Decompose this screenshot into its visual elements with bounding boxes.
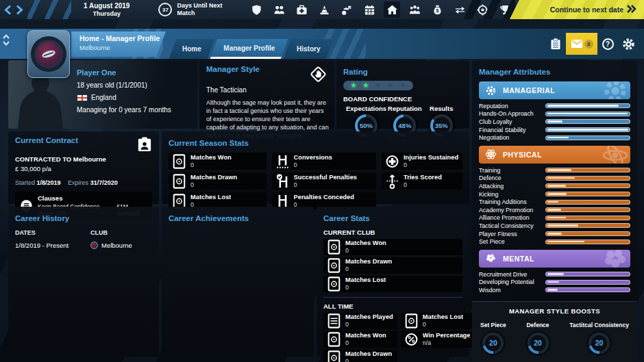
finances-icon[interactable]: $ bbox=[429, 1, 445, 18]
question-icon: ? bbox=[602, 38, 614, 50]
mental-brain-icon bbox=[485, 253, 497, 264]
contract-dates: Started 1/8/2019 Expires 31/7/2020 bbox=[15, 179, 152, 186]
attribute-row: Training Additions bbox=[479, 198, 630, 206]
inbox-button[interactable]: 3 bbox=[566, 33, 597, 55]
season-stats-panel: Current Season Stats Matches Won0 Matche… bbox=[162, 131, 469, 204]
attribute-bar bbox=[545, 280, 630, 285]
stat-tile: Injuries Sustained0 bbox=[382, 153, 462, 170]
cone-icon[interactable] bbox=[316, 1, 332, 18]
top-bar: 1 August 2019 Thursday 37 Days Until Nex… bbox=[0, 0, 644, 19]
breadcrumb: Home - Manager Profile Melbourne bbox=[71, 31, 166, 57]
stripe-decoration bbox=[27, 0, 71, 19]
current-date: 1 August 2019 Thursday bbox=[84, 2, 129, 17]
help-button[interactable]: ? bbox=[597, 34, 618, 54]
clauses-label: Clauses bbox=[38, 194, 147, 202]
home-icon[interactable] bbox=[384, 1, 400, 18]
attribute-bar bbox=[545, 127, 630, 132]
col-header-dates: DATES bbox=[15, 229, 90, 236]
star-icon: ★ bbox=[388, 82, 394, 89]
penalty-check-icon bbox=[276, 174, 289, 189]
page-title: Home - Manager Profile bbox=[79, 34, 160, 42]
attribute-row: Financial Stability bbox=[479, 126, 630, 134]
conversion-icon bbox=[276, 154, 289, 169]
tab-history[interactable]: History bbox=[284, 39, 334, 59]
back-icon[interactable] bbox=[4, 5, 12, 15]
injury-icon bbox=[386, 154, 399, 169]
attribute-bar bbox=[545, 112, 630, 116]
england-flag-icon bbox=[77, 94, 88, 101]
manager-silhouette bbox=[12, 70, 69, 129]
staff-icon[interactable] bbox=[406, 1, 423, 18]
tab-manager-profile[interactable]: Manager Profile bbox=[210, 39, 288, 59]
history-club: Melbourne bbox=[101, 242, 132, 249]
boost-gauge: Tactitcal Consistency 20 bbox=[569, 322, 629, 354]
star-icon: ★ bbox=[375, 82, 382, 89]
attribute-bar bbox=[545, 200, 630, 205]
stat-tile: Tries Scored0 bbox=[382, 172, 462, 190]
page-subtitle: Melbourne bbox=[79, 44, 160, 51]
managerial-watermark-icon bbox=[602, 81, 629, 99]
club-logo[interactable] bbox=[27, 30, 70, 78]
panel-title: Manager Attributes bbox=[479, 68, 550, 76]
salary: £ 30,000 p/a bbox=[15, 165, 152, 172]
divider bbox=[323, 297, 462, 298]
squad-icon[interactable] bbox=[271, 1, 287, 18]
match-icon bbox=[327, 350, 340, 362]
list-icon bbox=[327, 313, 340, 328]
history-row[interactable]: 1/8/2019 - Present Melbourne bbox=[15, 242, 152, 249]
attribute-bar bbox=[545, 287, 630, 292]
continue-button[interactable]: Continue to next date bbox=[510, 0, 644, 19]
section-header-physical: PHYSICAL bbox=[479, 146, 630, 164]
career-history-panel: Career History DATES CLUB 1/8/2019 - Pre… bbox=[8, 207, 159, 357]
stat-tile: Conversions0 bbox=[272, 153, 376, 170]
attribute-row: Tactical Consistency bbox=[479, 222, 630, 230]
attribute-bar bbox=[545, 240, 630, 244]
medical-icon[interactable] bbox=[293, 1, 310, 18]
contract-card-icon bbox=[137, 136, 152, 153]
current-club-label: CURRENT CLUB bbox=[323, 229, 462, 236]
attribute-bar bbox=[545, 176, 630, 181]
panel-title: Career History bbox=[15, 214, 69, 222]
panel-title: Current Contract bbox=[15, 136, 78, 144]
calendar-icon[interactable] bbox=[361, 1, 377, 18]
match-icon bbox=[327, 332, 340, 347]
current-contract-panel: Current Contract CONTRACTED TO Melbourne… bbox=[8, 131, 159, 204]
attribute-row: Developing Potential bbox=[479, 279, 630, 287]
panel-title: Career Achievements bbox=[169, 214, 249, 222]
attribute-row: Attacking bbox=[479, 182, 630, 190]
attribute-row: Alliance Promotion bbox=[479, 214, 630, 222]
tab-home[interactable]: Home bbox=[169, 39, 214, 59]
collapse-toggle-icon[interactable] bbox=[3, 34, 10, 46]
stat-tile: Matches Won0 bbox=[169, 153, 267, 170]
percent-icon bbox=[405, 332, 418, 347]
match-icon bbox=[327, 258, 340, 273]
double-chevron-icon bbox=[626, 3, 637, 16]
attribute-row: Recruitment Drive bbox=[479, 270, 630, 279]
manager-nationality: England bbox=[91, 94, 116, 101]
attribute-row: Player Fitness bbox=[479, 230, 630, 238]
all-time-label: ALL TIME bbox=[323, 302, 462, 310]
clipboard-icon[interactable] bbox=[545, 34, 566, 54]
svg-text:$: $ bbox=[436, 8, 438, 14]
tactics-icon[interactable] bbox=[338, 1, 355, 18]
star-rating: ★★★★★ bbox=[343, 81, 413, 90]
settings-button[interactable] bbox=[618, 34, 639, 54]
style-name: The Tactician bbox=[206, 86, 327, 94]
boosts-title: MANAGER STYLE BOOSTS bbox=[480, 307, 629, 315]
inbox-badge: 3 bbox=[584, 40, 593, 49]
style-diamond-icon bbox=[309, 65, 327, 83]
rating-panel: Rating ★★★★★ BOARD CONFIDENCE Expectatio… bbox=[336, 60, 469, 129]
attribute-row: Training bbox=[479, 166, 630, 174]
match-icon bbox=[327, 240, 340, 255]
shield-icon[interactable] bbox=[248, 1, 264, 18]
club-badge-icon bbox=[90, 242, 98, 249]
match-icon bbox=[173, 154, 186, 169]
forward-icon[interactable] bbox=[16, 5, 23, 15]
physical-atom-icon bbox=[485, 148, 497, 160]
attribute-row: Club Loyalty bbox=[479, 118, 630, 126]
attribute-row: Academy Promotion bbox=[479, 206, 630, 214]
attribute-row: Set Piece bbox=[479, 237, 630, 246]
days-until-match: 37 Days Until Next Match bbox=[158, 2, 230, 17]
panel-title: Current Season Stats bbox=[169, 139, 249, 147]
stat-tile: Matches Won0 bbox=[323, 331, 397, 348]
